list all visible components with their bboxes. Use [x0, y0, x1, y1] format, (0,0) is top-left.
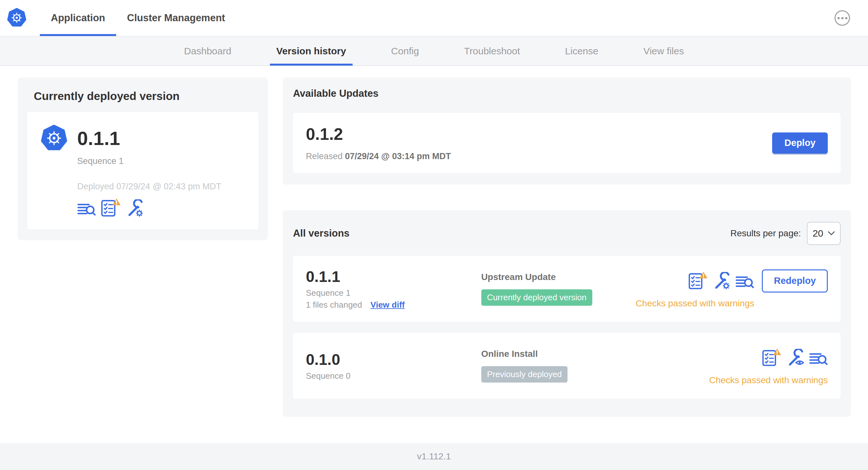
brand — [6, 0, 40, 36]
subnav-view-files-label: View files — [644, 46, 684, 57]
diff-icon[interactable] — [77, 202, 96, 217]
subnav-dashboard-label: Dashboard — [184, 46, 231, 57]
deployed-timestamp: Deployed 07/29/24 @ 02:43 pm MDT — [77, 181, 246, 192]
subnav-version-history-label: Version history — [276, 46, 346, 57]
config-wrench-eye-icon[interactable] — [786, 349, 804, 366]
config-wrench-gear-icon[interactable] — [713, 272, 730, 289]
files-changed-label: 1 files changed — [306, 300, 362, 310]
results-per-page-label: Results per page: — [730, 228, 801, 239]
currently-deployed-panel: Currently deployed version 0.1.1 Sequenc… — [18, 77, 268, 240]
subnav-troubleshoot-label: Troubleshoot — [464, 46, 520, 57]
right-column: Available Updates 0.1.2 Released 07/29/2… — [283, 77, 851, 416]
row-source-label: Upstream Update — [481, 272, 636, 282]
subnav-item-dashboard[interactable]: Dashboard — [184, 36, 231, 66]
row-sequence: Sequence 1 — [306, 288, 481, 298]
tab-application-label: Application — [51, 12, 105, 24]
page-footer: v1.112.1 — [0, 443, 868, 470]
ellipsis-menu-icon[interactable] — [835, 10, 850, 26]
row-sequence: Sequence 0 — [306, 371, 481, 381]
app-subnav: Dashboard Version history Config Trouble… — [0, 36, 868, 66]
available-updates-panel: Available Updates 0.1.2 Released 07/29/2… — [283, 77, 851, 184]
row-version-number: 0.1.0 — [306, 351, 481, 368]
kubernetes-logo — [6, 7, 27, 29]
diff-icon[interactable] — [736, 274, 754, 289]
version-row: 0.1.0 Sequence 0 Online Install Previous… — [293, 333, 841, 399]
status-badge: Currently deployed version — [481, 289, 592, 306]
diff-icon[interactable] — [809, 351, 828, 366]
chevron-down-icon — [828, 231, 835, 236]
main-content: Currently deployed version 0.1.1 Sequenc… — [0, 66, 868, 443]
subnav-item-version-history[interactable]: Version history — [276, 36, 346, 66]
kubernetes-app-icon — [40, 124, 68, 153]
version-row: 0.1.1 Sequence 1 1 files changed View di… — [293, 256, 841, 322]
row-version-number: 0.1.1 — [306, 268, 481, 286]
subnav-config-label: Config — [391, 46, 419, 57]
preflight-checks-warning-icon[interactable] — [762, 348, 781, 366]
released-date: 07/29/24 @ 03:14 pm MDT — [345, 152, 451, 161]
topnav-spacer — [236, 0, 835, 36]
deploy-button[interactable]: Deploy — [772, 132, 828, 154]
released-label: Released — [306, 152, 343, 161]
checks-status-link[interactable]: Checks passed with warnings — [709, 375, 828, 385]
update-version-number: 0.1.2 — [306, 125, 451, 144]
top-nav: Application Cluster Management — [0, 0, 868, 36]
deployed-version-number: 0.1.1 — [77, 127, 120, 149]
deployed-sequence: Sequence 1 — [77, 156, 246, 166]
update-released-line: Released 07/29/24 @ 03:14 pm MDT — [306, 152, 451, 161]
all-versions-panel: All versions Results per page: 20 0.1.1 … — [283, 210, 851, 416]
results-per-page-value: 20 — [813, 228, 823, 239]
subnav-license-label: License — [565, 46, 598, 57]
results-per-page-select[interactable]: 20 — [807, 222, 841, 245]
subnav-item-troubleshoot[interactable]: Troubleshoot — [464, 36, 520, 66]
subnav-item-view-files[interactable]: View files — [644, 36, 684, 66]
subnav-item-config[interactable]: Config — [391, 36, 419, 66]
tab-application[interactable]: Application — [40, 0, 116, 36]
subnav-item-license[interactable]: License — [565, 36, 598, 66]
preflight-checks-warning-icon[interactable] — [688, 271, 708, 289]
available-updates-title: Available Updates — [293, 88, 841, 99]
currently-deployed-card: 0.1.1 Sequence 1 Deployed 07/29/24 @ 02:… — [27, 111, 259, 230]
tab-cluster-management-label: Cluster Management — [127, 12, 225, 24]
config-wrench-gear-icon[interactable] — [126, 199, 144, 217]
redeploy-button[interactable]: Redeploy — [762, 269, 828, 293]
all-versions-title: All versions — [293, 228, 350, 239]
row-source-label: Online Install — [481, 349, 636, 359]
tab-cluster-management[interactable]: Cluster Management — [116, 0, 236, 36]
currently-deployed-title: Currently deployed version — [27, 87, 259, 103]
view-diff-link[interactable]: View diff — [371, 300, 405, 310]
console-version: v1.112.1 — [417, 451, 451, 462]
available-update-card: 0.1.2 Released 07/29/24 @ 03:14 pm MDT D… — [293, 113, 841, 173]
checks-status-link[interactable]: Checks passed with warnings — [636, 298, 754, 309]
preflight-checks-warning-icon[interactable] — [101, 198, 121, 217]
status-badge: Previously deployed — [481, 366, 568, 382]
